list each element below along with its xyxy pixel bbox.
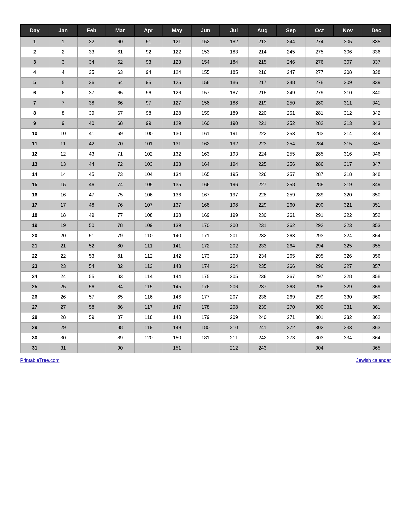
date-cell: 192: [220, 139, 248, 149]
date-cell: 341: [362, 98, 391, 108]
date-cell: 39: [77, 108, 106, 118]
date-cell: 9: [49, 118, 77, 129]
date-cell: 188: [220, 98, 248, 108]
date-cell: 350: [362, 190, 391, 200]
table-row: 11114270101131162192223254284315345: [20, 139, 391, 149]
date-cell: 85: [106, 292, 134, 302]
date-cell: 130: [163, 129, 191, 139]
date-cell: 128: [163, 108, 191, 118]
date-cell: 18: [49, 210, 77, 221]
date-cell: 332: [334, 312, 362, 323]
date-cell: 281: [305, 108, 334, 118]
date-cell: 233: [248, 241, 277, 251]
date-cell: 307: [334, 57, 362, 67]
date-cell: 357: [362, 261, 391, 272]
date-cell: 124: [163, 67, 191, 78]
date-cell: 319: [334, 180, 362, 190]
date-cell: 316: [334, 149, 362, 159]
date-cell: 198: [220, 200, 248, 210]
date-cell: 104: [134, 170, 163, 180]
date-cell: 68: [106, 118, 134, 129]
date-cell: 195: [220, 170, 248, 180]
date-cell: 22: [49, 251, 77, 261]
date-cell: 24: [49, 272, 77, 282]
table-row: 44356394124155185216247277308338: [20, 67, 391, 78]
date-cell: 137: [163, 200, 191, 210]
date-cell: 38: [77, 98, 106, 108]
date-cell: 71: [106, 149, 134, 159]
date-cell: 301: [305, 312, 334, 323]
date-cell: 158: [191, 98, 220, 108]
date-cell: 88: [106, 323, 134, 333]
date-cell: 108: [134, 210, 163, 221]
table-row: 17174876107137168198229260290321351: [20, 200, 391, 210]
date-cell: 275: [305, 47, 334, 57]
date-cell: 131: [163, 139, 191, 149]
date-cell: 46: [77, 180, 106, 190]
day-cell: 5: [20, 78, 49, 88]
date-cell: 232: [248, 231, 277, 241]
date-cell: 363: [362, 323, 391, 333]
date-cell: 261: [277, 210, 305, 221]
table-row: 14144573104134165195226257287318348: [20, 170, 391, 180]
date-cell: 230: [248, 210, 277, 221]
jewish-calendar-link[interactable]: Jewish calendar: [356, 358, 391, 363]
date-cell: 311: [334, 98, 362, 108]
date-cell: 5: [49, 78, 77, 88]
date-cell: 63: [106, 67, 134, 78]
date-cell: 30: [49, 333, 77, 343]
table-row: 99406899129160190221252282313343: [20, 118, 391, 129]
date-cell: 322: [334, 210, 362, 221]
date-cell: 27: [49, 302, 77, 312]
date-cell: 79: [106, 231, 134, 241]
date-cell: 222: [248, 129, 277, 139]
date-cell: 28: [49, 312, 77, 323]
date-cell: 166: [191, 180, 220, 190]
table-row: 28285987118148179209240271301332362: [20, 312, 391, 323]
date-cell: 40: [77, 118, 106, 129]
date-cell: 226: [248, 170, 277, 180]
date-cell: 365: [362, 343, 391, 353]
date-cell: 323: [334, 221, 362, 231]
date-cell: 259: [277, 190, 305, 200]
date-cell: 274: [305, 37, 334, 47]
date-cell: 87: [106, 312, 134, 323]
date-cell: 155: [191, 67, 220, 78]
date-cell: 295: [305, 251, 334, 261]
date-cell: 256: [277, 159, 305, 170]
date-cell: 147: [163, 302, 191, 312]
date-cell: 276: [305, 57, 334, 67]
date-cell: 248: [277, 78, 305, 88]
date-cell: 179: [191, 312, 220, 323]
date-cell: 126: [163, 88, 191, 98]
date-cell: 146: [163, 292, 191, 302]
date-cell: 49: [77, 210, 106, 221]
day-cell: 11: [20, 139, 49, 149]
day-cell: 25: [20, 282, 49, 292]
date-cell: 234: [248, 251, 277, 261]
date-cell: 228: [248, 190, 277, 200]
date-cell: 94: [134, 67, 163, 78]
printabletree-link[interactable]: PrintableTree.com: [20, 358, 59, 363]
date-cell: 115: [134, 282, 163, 292]
date-cell: 156: [191, 78, 220, 88]
date-cell: 331: [334, 302, 362, 312]
date-cell: 15: [49, 180, 77, 190]
date-cell: 346: [362, 149, 391, 159]
date-cell: 117: [134, 302, 163, 312]
date-cell: 360: [362, 292, 391, 302]
column-header-feb: Feb: [77, 24, 106, 37]
date-cell: 235: [248, 261, 277, 272]
date-cell: 109: [134, 221, 163, 231]
date-cell: 211: [220, 333, 248, 343]
date-cell: [277, 343, 305, 353]
date-cell: 293: [305, 231, 334, 241]
date-cell: 217: [248, 78, 277, 88]
date-cell: 26: [49, 292, 77, 302]
date-cell: 252: [277, 118, 305, 129]
date-cell: 359: [362, 282, 391, 292]
date-cell: 296: [305, 261, 334, 272]
date-cell: 209: [220, 312, 248, 323]
column-header-oct: Oct: [305, 24, 334, 37]
date-cell: 347: [362, 159, 391, 170]
